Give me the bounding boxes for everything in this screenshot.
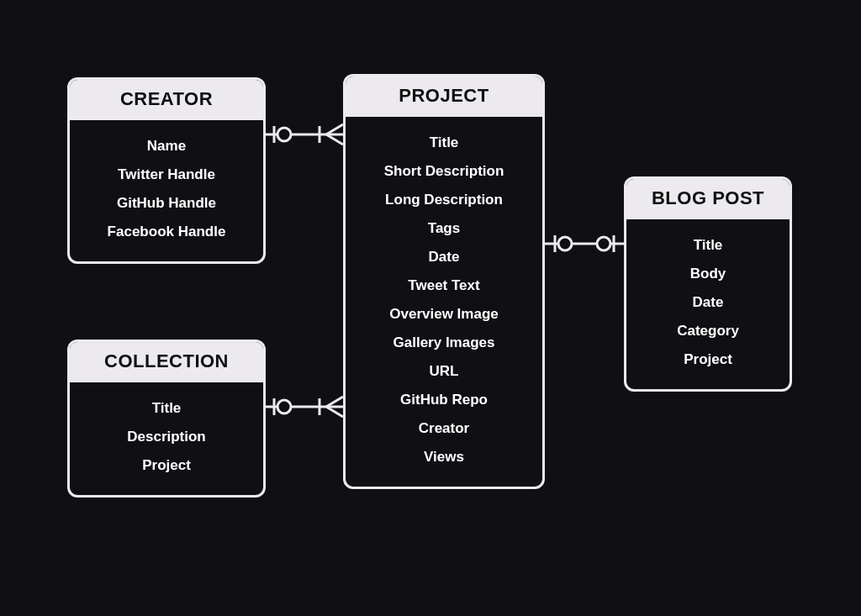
entity-creator-header: CREATOR xyxy=(70,80,263,120)
field: Creator xyxy=(354,414,534,443)
svg-point-15 xyxy=(597,237,610,250)
entity-blogpost: BLOG POST Title Body Date Category Proje… xyxy=(624,176,792,392)
entity-project-header: PROJECT xyxy=(346,76,542,117)
field: Short Description xyxy=(354,157,534,186)
svg-line-4 xyxy=(326,134,343,145)
entity-creator: CREATOR Name Twitter Handle GitHub Handl… xyxy=(67,77,266,264)
entity-collection-body: Title Description Project xyxy=(70,382,263,495)
field: Views xyxy=(354,443,534,471)
entity-blogpost-body: Title Body Date Category Project xyxy=(626,219,790,389)
relationship-project-blogpost xyxy=(545,235,624,252)
field: Project xyxy=(78,451,255,480)
field: Category xyxy=(635,317,781,345)
entity-project: PROJECT Title Short Description Long Des… xyxy=(343,74,545,489)
field: Gallery Images xyxy=(354,329,534,357)
field: Project xyxy=(635,345,781,374)
field: GitHub Repo xyxy=(354,386,534,414)
field: Description xyxy=(78,423,255,451)
svg-point-1 xyxy=(277,128,291,141)
field: Long Description xyxy=(354,186,534,214)
field: Title xyxy=(354,129,534,157)
entity-project-body: Title Short Description Long Description… xyxy=(346,117,542,487)
relationship-creator-project xyxy=(266,124,343,145)
field: GitHub Handle xyxy=(78,189,255,218)
field: URL xyxy=(354,357,534,386)
field: Facebook Handle xyxy=(78,218,255,246)
entity-collection-header: COLLECTION xyxy=(70,342,263,382)
svg-line-10 xyxy=(326,407,343,417)
field: Body xyxy=(635,260,781,288)
field: Date xyxy=(635,288,781,317)
svg-point-7 xyxy=(277,400,291,413)
svg-line-9 xyxy=(326,397,343,407)
field: Tweet Text xyxy=(354,271,534,300)
relationship-collection-project xyxy=(266,397,343,417)
field: Title xyxy=(635,231,781,260)
field: Overview Image xyxy=(354,300,534,329)
svg-line-3 xyxy=(326,124,343,134)
field: Twitter Handle xyxy=(78,161,255,189)
field: Date xyxy=(354,243,534,271)
field: Title xyxy=(78,394,255,423)
field: Tags xyxy=(354,214,534,243)
svg-point-13 xyxy=(558,237,572,250)
entity-collection: COLLECTION Title Description Project xyxy=(67,340,266,498)
entity-blogpost-header: BLOG POST xyxy=(626,179,790,219)
field: Name xyxy=(78,132,255,161)
entity-creator-body: Name Twitter Handle GitHub Handle Facebo… xyxy=(70,120,263,261)
